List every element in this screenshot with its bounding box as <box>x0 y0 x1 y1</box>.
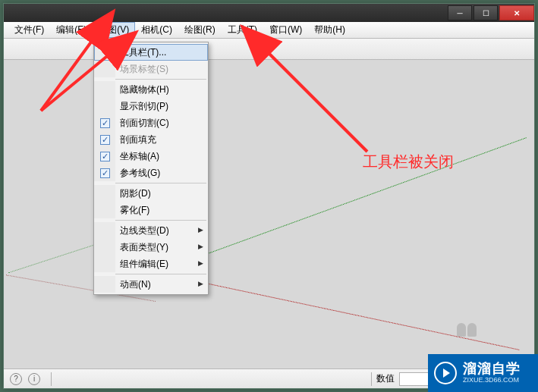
menu-item-fog[interactable]: 雾化(F) <box>94 202 208 218</box>
viewport[interactable] <box>4 60 534 368</box>
menu-item-label: 隐藏物体(H) <box>120 83 169 96</box>
menu-item-animation[interactable]: 动画(N) ▶ <box>94 276 208 293</box>
menu-item-section-cuts[interactable]: ✓ 剖面切割(C) <box>94 114 208 131</box>
toolbar-area <box>4 39 534 60</box>
axis-green-negative <box>8 242 102 273</box>
menu-item-toolbars[interactable]: 工具栏(T)... <box>94 44 208 61</box>
axis-red <box>156 272 520 350</box>
menu-item-label: 坐标轴(A) <box>120 150 159 163</box>
menu-item-label: 剖面填充 <box>120 133 156 146</box>
menubar: 文件(F) 编辑(E) 视图(V) 相机(C) 绘图(R) 工具(T) 窗口(W… <box>4 22 534 39</box>
annotation-text: 工具栏被关闭 <box>363 152 454 172</box>
chevron-right-icon: ▶ <box>198 243 203 250</box>
status-help-icon[interactable]: ? <box>10 373 22 385</box>
menu-separator <box>115 220 206 221</box>
menu-view[interactable]: 视图(V) <box>93 22 135 38</box>
menu-draw[interactable]: 绘图(R) <box>178 22 222 38</box>
menu-item-guides[interactable]: ✓ 参考线(G) <box>94 165 208 181</box>
menu-item-label: 边线类型(D) <box>120 224 169 237</box>
chevron-right-icon: ▶ <box>198 280 203 287</box>
menu-item-label: 显示剖切(P) <box>120 100 168 113</box>
check-icon: ✓ <box>100 152 110 162</box>
menu-tools[interactable]: 工具(T) <box>222 22 263 38</box>
menu-file[interactable]: 文件(F) <box>8 22 50 38</box>
menu-item-label: 表面类型(Y) <box>120 241 168 254</box>
window-minimize-button[interactable]: ─ <box>448 5 472 20</box>
chevron-right-icon: ▶ <box>198 259 203 267</box>
window-maximize-button[interactable]: ☐ <box>474 5 498 20</box>
menu-item-component-edit[interactable]: 组件编辑(E) ▶ <box>94 256 208 272</box>
chevron-right-icon: ▶ <box>198 226 203 234</box>
scale-figure-icon <box>457 323 480 337</box>
view-dropdown: 工具栏(T)... 场景标签(S) 隐藏物体(H) 显示剖切(P) ✓ 剖面切割… <box>93 42 209 295</box>
window-close-button[interactable]: ✕ <box>499 5 534 20</box>
menu-help[interactable]: 帮助(H) <box>308 22 351 38</box>
status-info-icon[interactable]: i <box>28 373 40 385</box>
check-icon: ✓ <box>100 118 110 128</box>
menu-separator <box>115 79 206 80</box>
status-separator <box>371 372 372 386</box>
menu-separator <box>115 274 206 274</box>
check-icon: ✓ <box>100 135 110 145</box>
titlebar: ─ ☐ ✕ <box>4 4 534 22</box>
menu-item-scene-tabs: 场景标签(S) <box>94 61 208 77</box>
axis-green <box>156 137 527 273</box>
menu-item-edge-style[interactable]: 边线类型(D) ▶ <box>94 222 208 239</box>
app-window: ─ ☐ ✕ 文件(F) 编辑(E) 视图(V) 相机(C) 绘图(R) 工具(T… <box>3 3 535 389</box>
watermark-logo: 溜溜自学 ZIXUE.3D66.COM <box>428 354 538 392</box>
menu-item-shadows[interactable]: 阴影(D) <box>94 185 208 202</box>
menu-item-label: 工具栏(T)... <box>120 46 166 59</box>
watermark-sub: ZIXUE.3D66.COM <box>463 377 521 384</box>
play-icon <box>434 362 457 384</box>
menu-item-hidden-geometry[interactable]: 隐藏物体(H) <box>94 81 208 98</box>
menu-separator <box>115 183 206 183</box>
menu-window[interactable]: 窗口(W) <box>263 22 308 38</box>
menu-item-label: 雾化(F) <box>120 204 149 217</box>
menu-camera[interactable]: 相机(C) <box>135 22 178 38</box>
menu-item-label: 参考线(G) <box>120 167 160 180</box>
menu-item-label: 动画(N) <box>120 278 151 291</box>
menu-item-label: 剖面切割(C) <box>120 117 169 130</box>
menu-item-axes[interactable]: ✓ 坐标轴(A) <box>94 148 208 165</box>
menu-item-section-planes[interactable]: 显示剖切(P) <box>94 98 208 114</box>
menu-item-section-fill[interactable]: ✓ 剖面填充 <box>94 131 208 148</box>
menu-item-face-style[interactable]: 表面类型(Y) ▶ <box>94 239 208 256</box>
watermark-main: 溜溜自学 <box>463 362 521 377</box>
status-value-label: 数值 <box>376 372 395 385</box>
menu-item-label: 阴影(D) <box>120 187 151 200</box>
menu-item-label: 组件编辑(E) <box>120 258 168 271</box>
menu-item-label: 场景标签(S) <box>120 63 168 76</box>
check-icon: ✓ <box>100 168 110 178</box>
menu-edit[interactable]: 编辑(E) <box>50 22 93 38</box>
status-separator <box>51 372 52 386</box>
